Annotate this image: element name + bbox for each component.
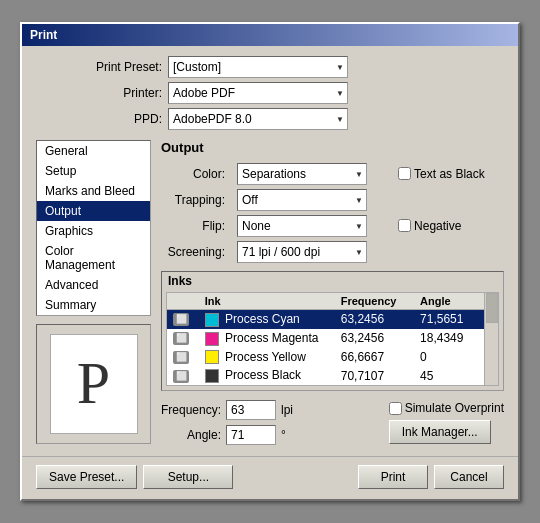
cancel-button[interactable]: Cancel (434, 465, 504, 489)
negative-label[interactable]: Negative (398, 219, 498, 233)
nav-item-setup[interactable]: Setup (37, 161, 150, 181)
text-as-black-checkbox[interactable] (398, 167, 411, 180)
inks-section: Inks Ink Frequency Angle (161, 271, 504, 391)
col-frequency: Frequency (335, 293, 414, 310)
save-preset-button[interactable]: Save Preset... (36, 465, 137, 489)
title-bar: Print (22, 24, 518, 46)
inks-table: Ink Frequency Angle ⬜ (167, 293, 498, 385)
dialog-title: Print (30, 28, 57, 42)
row-frequency: 66,6667 (335, 348, 414, 367)
nav-item-output[interactable]: Output (37, 201, 150, 221)
scrollbar[interactable] (484, 293, 498, 385)
angle-input[interactable] (226, 425, 276, 445)
color-label: Color: (161, 161, 231, 187)
inks-table-container: Ink Frequency Angle ⬜ (166, 292, 499, 386)
simulate-overprint-label[interactable]: Simulate Overprint (389, 401, 504, 415)
row-frequency: 63,2456 (335, 309, 414, 328)
magenta-swatch (205, 332, 219, 346)
table-row[interactable]: ⬜ Process Black 70,7107 45 (167, 366, 498, 385)
nav-item-advanced[interactable]: Advanced (37, 275, 150, 295)
inks-table-scroll: Ink Frequency Angle ⬜ (167, 293, 498, 385)
angle-unit: ° (281, 428, 293, 442)
output-section-title: Output (161, 140, 504, 155)
row-icon: ⬜ (167, 329, 199, 348)
printer-label: Printer: (96, 82, 162, 104)
col-icon (167, 293, 199, 310)
flip-label: Flip: (161, 213, 231, 239)
nav-item-graphics[interactable]: Graphics (37, 221, 150, 241)
preset-label: Print Preset: (96, 56, 162, 78)
text-as-black-label[interactable]: Text as Black (398, 167, 498, 181)
output-panel: Output Color: Separations (161, 140, 504, 446)
row-icon: ⬜ (167, 309, 199, 328)
flip-select[interactable]: None (237, 215, 367, 237)
sidebar: General Setup Marks and Bleed Output Gra… (36, 140, 151, 446)
row-ink-name: Process Cyan (199, 309, 335, 328)
trapping-label: Trapping: (161, 187, 231, 213)
row-frequency: 70,7107 (335, 366, 414, 385)
ink-manager-button[interactable]: Ink Manager... (389, 420, 491, 444)
setup-button[interactable]: Setup... (143, 465, 233, 489)
screening-label: Screening: (161, 239, 231, 265)
nav-item-marks-bleed[interactable]: Marks and Bleed (37, 181, 150, 201)
ppd-select[interactable]: AdobePDF 8.0 (168, 108, 348, 130)
nav-item-general[interactable]: General (37, 141, 150, 161)
row-frequency: 63,2456 (335, 329, 414, 348)
angle-label: Angle: (161, 424, 221, 446)
simulate-overprint-checkbox[interactable] (389, 402, 402, 415)
row-angle: 71,5651 (414, 309, 482, 328)
yellow-swatch (205, 350, 219, 364)
nav-item-summary[interactable]: Summary (37, 295, 150, 315)
black-swatch (205, 369, 219, 383)
row-ink-name: Process Yellow (199, 348, 335, 367)
row-angle: 18,4349 (414, 329, 482, 348)
cyan-swatch (205, 313, 219, 327)
preview-letter: P (50, 334, 138, 434)
inks-title: Inks (162, 272, 503, 290)
col-angle: Angle (414, 293, 482, 310)
frequency-input[interactable] (226, 400, 276, 420)
row-ink-name: Process Magenta (199, 329, 335, 348)
trapping-select[interactable]: Off (237, 189, 367, 211)
table-row[interactable]: ⬜ Process Cyan 63,2456 71,5651 (167, 309, 498, 328)
scrollbar-thumb[interactable] (486, 293, 498, 323)
nav-item-color-management[interactable]: Color Management (37, 241, 150, 275)
frequency-label: Frequency: (161, 399, 221, 421)
print-preset-select[interactable]: [Custom] (168, 56, 348, 78)
row-icon: ⬜ (167, 366, 199, 385)
table-row[interactable]: ⬜ Process Yellow 66,6667 0 (167, 348, 498, 367)
page-preview: P (36, 324, 151, 444)
row-ink-name: Process Black (199, 366, 335, 385)
preset-select-wrapper: [Custom] (168, 56, 348, 78)
negative-checkbox[interactable] (398, 219, 411, 232)
print-dialog: Print Print Preset: [Custom] Printer: Ad… (20, 22, 520, 501)
table-row[interactable]: ⬜ Process Magenta 63,2456 18,4349 (167, 329, 498, 348)
screening-select[interactable]: 71 lpi / 600 dpi (237, 241, 367, 263)
row-angle: 45 (414, 366, 482, 385)
color-select[interactable]: Separations (237, 163, 367, 185)
nav-list: General Setup Marks and Bleed Output Gra… (36, 140, 151, 316)
footer-buttons: Save Preset... Setup... Print Cancel (22, 456, 518, 499)
printer-select[interactable]: Adobe PDF (168, 82, 348, 104)
print-button[interactable]: Print (358, 465, 428, 489)
ppd-label: PPD: (96, 108, 162, 130)
col-ink: Ink (199, 293, 335, 310)
frequency-unit: lpi (281, 403, 293, 417)
row-icon: ⬜ (167, 348, 199, 367)
row-angle: 0 (414, 348, 482, 367)
